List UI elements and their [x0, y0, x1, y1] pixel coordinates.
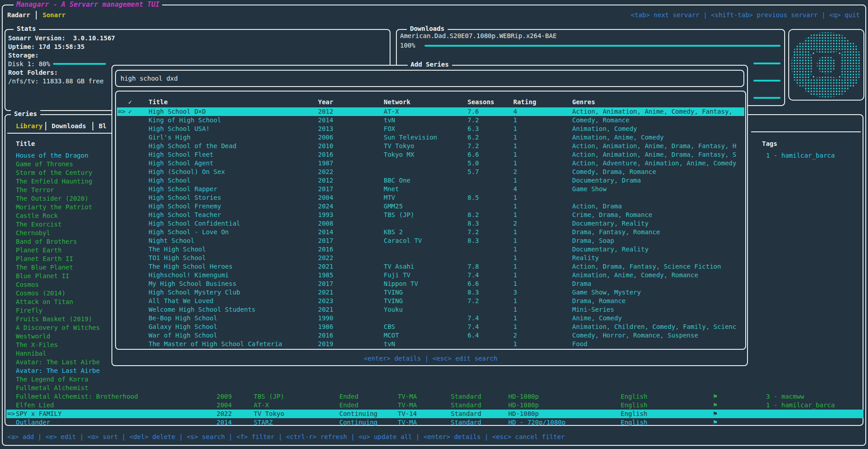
result-row[interactable]: War of High School2016MCOT6.42Comedy, Ho…: [117, 331, 744, 340]
series-row[interactable]: Outlander2014STARZContinuingTV-MAStandar…: [6, 418, 863, 427]
result-cell-seasons: 6.2: [468, 133, 479, 142]
result-row[interactable]: The Master of High School Cafeteria2019t…: [117, 340, 744, 348]
series-tab-downloads[interactable]: Downloads: [52, 122, 86, 130]
result-row[interactable]: The High School Heroes2021TV Asahi7.81Ac…: [117, 262, 744, 271]
tab-sonarr[interactable]: Sonarr: [43, 11, 66, 19]
app-title: Managarr - A Servarr management TUI: [14, 0, 162, 9]
result-row[interactable]: =>✓High School D×D2012AT-X7.64Action, An…: [117, 107, 744, 116]
result-cell-title: High School: [149, 176, 191, 185]
series-search-input[interactable]: high school dxd: [115, 70, 744, 87]
series-cell-language: English: [621, 410, 647, 418]
result-row[interactable]: Night School2017Caracol TV8.31Drama, Soa…: [117, 237, 744, 245]
result-row[interactable]: High (School) On Sex20225.72Comedy, Dram…: [117, 168, 744, 176]
result-cell-title: High School Confidential: [149, 219, 240, 228]
result-cell-rating: 1: [513, 297, 517, 305]
result-cell-year: 2023: [318, 297, 333, 305]
result-cell-genres: Game Show, Mystery: [572, 288, 743, 297]
series-cell-profile: Standard: [451, 410, 481, 418]
series-cell-title: Band of Brothers: [16, 237, 77, 246]
result-cell-network: Mnet: [384, 185, 399, 193]
keybinding-bar: <a> add | <e> edit | <o> sort | <del> de…: [7, 433, 565, 441]
series-cell-network: TBS (JP): [254, 392, 284, 401]
stats-panel-title: Stats: [14, 25, 39, 32]
result-cell-year: 2021: [318, 288, 333, 297]
result-cell-genres: Drama: [572, 280, 743, 288]
result-cell-title: High School D×D: [149, 107, 206, 116]
series-cell-network: STARZ: [254, 418, 273, 427]
result-row[interactable]: High School Rapper2017Mnet4Game Show: [117, 185, 744, 193]
series-row[interactable]: Avatar: The Last Airbe: [6, 367, 863, 375]
result-row[interactable]: High School USA!2013FOX6.31Animation, Co…: [117, 125, 744, 133]
result-row[interactable]: High School Frenemy2024GMM251Action, Dra…: [117, 202, 744, 211]
result-row[interactable]: TO1 High School20221Reality: [117, 254, 744, 262]
tag-icon: ⚑: [713, 410, 718, 418]
result-row[interactable]: High School Fleet2016Tokyo MX6.61Action,…: [117, 150, 744, 159]
series-cell-title: The Exorcist: [16, 220, 62, 229]
result-row[interactable]: My High School Business2017Nippon TV6.61…: [117, 280, 744, 288]
result-cell-rating: 4: [513, 107, 517, 116]
series-tab-blocklist[interactable]: Bl: [99, 122, 106, 130]
result-cell-title: The Master of High School Cafeteria: [149, 340, 282, 348]
result-row[interactable]: High School Agent19875.01Action, Adventu…: [117, 159, 744, 168]
results-col-year: Year: [318, 98, 333, 106]
result-row[interactable]: High School Confidential20088.32Document…: [117, 219, 744, 228]
result-cell-network: Nippon TV: [384, 280, 418, 288]
result-row[interactable]: High School of the Dead2010TV Tokyo7.21A…: [117, 142, 744, 150]
series-cell-title: Castle Rock: [16, 212, 58, 220]
tag-icon: ⚑: [713, 401, 718, 410]
result-cell-title: High (School) On Sex: [149, 168, 225, 176]
series-row[interactable]: Fullmetal Alchemist: Brotherhood2009TBS …: [6, 392, 863, 401]
series-row[interactable]: =>SPY x FAMILY2022TV TokyoContinuingTV-1…: [6, 410, 863, 418]
series-cell-profile: Standard: [451, 392, 481, 401]
result-cell-genres: Crime, Drama, Romance: [572, 211, 743, 219]
result-row[interactable]: High School Stories2004MTV8.51: [117, 193, 744, 202]
result-cell-genres: Animation, Anime, Comedy: [572, 133, 743, 142]
series-row[interactable]: Fullmetal Alchemist: [6, 384, 863, 392]
result-row[interactable]: Welcome High School Students2021Youku1Mi…: [117, 305, 744, 314]
result-cell-year: 2008: [318, 219, 333, 228]
result-row[interactable]: High School Mystery Club2021TVING8.33Gam…: [117, 288, 744, 297]
queued-download-progress: [753, 63, 781, 64]
result-cell-network: BBC One: [384, 176, 410, 185]
series-cell-title: The Terror: [16, 186, 54, 194]
result-row[interactable]: King of High School2014tvN7.21Comedy, Ro…: [117, 116, 744, 125]
series-cell-title: The Legend of Korra: [16, 375, 88, 384]
series-row[interactable]: Elfen Lied2004AT-XEndedTV-MAStandardHD-1…: [6, 401, 863, 410]
series-cell-title: Elfen Lied: [16, 401, 54, 410]
result-row[interactable]: Galaxy High School1986CBS7.41Animation, …: [117, 323, 744, 331]
series-tab-library[interactable]: Library: [16, 122, 43, 130]
series-cell-title: House of the Dragon: [16, 151, 88, 160]
series-row[interactable]: The Legend of Korra: [6, 375, 863, 384]
result-row[interactable]: Highschool! Kimengumi1985Fuji TV7.41Anim…: [117, 271, 744, 280]
tab-divider: [36, 11, 37, 19]
result-cell-genres: Action, Animation, Anime, Comedy, Fantas…: [572, 107, 743, 116]
result-row[interactable]: High School2012BBC One1Documentary, Dram…: [117, 176, 744, 185]
result-row[interactable]: The High School20161Documentary, Reality: [117, 245, 744, 254]
result-cell-rating: 1: [513, 142, 517, 150]
result-cell-rating: 2: [513, 168, 517, 176]
result-cell-year: 2013: [318, 125, 333, 133]
result-cell-genres: Animation, Anime, Comedy, Romance: [572, 271, 743, 280]
result-row[interactable]: Girl's High2006Sun Television6.21Animati…: [117, 133, 744, 142]
result-row[interactable]: All That We Loved2023TVING7.21Drama, Rom…: [117, 297, 744, 305]
result-row[interactable]: High School - Love On2014KBS 27.21Drama,…: [117, 228, 744, 237]
managarr-logo-icon: [791, 32, 862, 98]
series-cell-status: Continuing: [339, 410, 377, 418]
result-cell-rating: 1: [513, 314, 517, 323]
result-cell-title: My High School Business: [149, 280, 236, 288]
series-cell-title: Planet Earth II: [16, 255, 73, 263]
result-cell-title: High School - Love On: [149, 228, 229, 237]
series-cell-language: English: [621, 418, 647, 427]
series-cell-title: Avatar: The Last Airbe: [16, 367, 100, 375]
result-row[interactable]: Be-Bop High School19907.41Anime, Comedy: [117, 314, 744, 323]
tab-radarr[interactable]: Radarr: [7, 11, 30, 19]
result-cell-genres: Comedy, Drama, Romance: [572, 168, 743, 176]
result-cell-network: FOX: [384, 125, 395, 133]
result-cell-network: TVING: [384, 297, 403, 305]
result-cell-seasons: 8.2: [468, 211, 479, 219]
result-row[interactable]: High School Teacher1993TBS (JP)8.21Crime…: [117, 211, 744, 219]
result-cell-network: Sun Television: [384, 133, 437, 142]
result-cell-year: 1985: [318, 271, 333, 280]
result-cell-title: High School Agent: [149, 159, 213, 168]
result-cell-title: Be-Bop High School: [149, 314, 217, 323]
